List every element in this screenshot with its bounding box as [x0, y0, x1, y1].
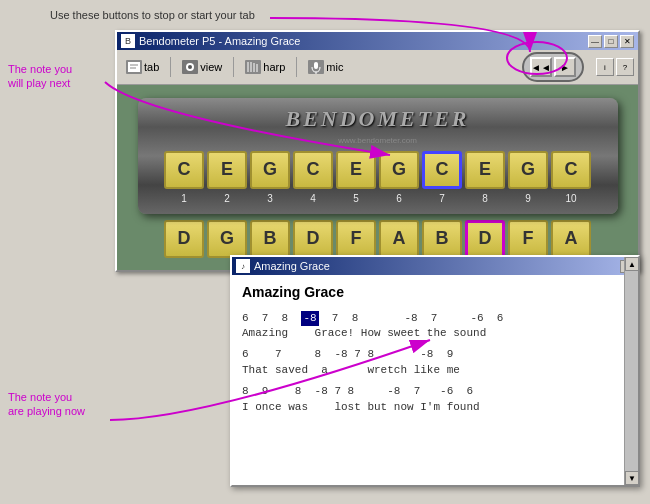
hole-num-2: 2 — [207, 193, 247, 204]
right-toolbar-btns: i ? — [596, 58, 634, 76]
draw-hole-2[interactable]: G — [207, 220, 247, 258]
verse-2-numbers: 6 7 8 -8 7 8 -8 9 — [242, 347, 628, 362]
blow-hole-10[interactable]: C — [551, 151, 591, 189]
scroll-down-btn[interactable]: ▼ — [625, 471, 639, 485]
rewind-btn[interactable]: ◄◄ — [530, 57, 552, 77]
highlight-8: -8 — [301, 311, 318, 326]
minimize-btn[interactable]: — — [588, 35, 602, 48]
draw-hole-4[interactable]: D — [293, 220, 333, 258]
verse-3-words: I once was lost but now I'm found — [242, 400, 628, 415]
harmonica-logo: BENDOMETER — [150, 106, 606, 132]
draw-hole-3[interactable]: B — [250, 220, 290, 258]
blow-hole-5[interactable]: E — [336, 151, 376, 189]
top-hint: Use these buttons to stop or start your … — [50, 8, 255, 22]
toolbar: tab view harp — [117, 50, 638, 85]
harp-icon — [245, 60, 261, 74]
blow-hole-2[interactable]: E — [207, 151, 247, 189]
mic-icon — [308, 60, 324, 74]
mic-btn[interactable]: mic — [303, 57, 348, 77]
draw-hole-6[interactable]: A — [379, 220, 419, 258]
verse-1-words: Amazing Grace! How sweet the sound — [242, 326, 628, 341]
sub-titlebar-left: ♪ Amazing Grace — [236, 259, 330, 273]
blow-holes-row: C E G C E G C E G C — [150, 151, 606, 189]
song-title: Amazing Grace — [242, 283, 628, 303]
blow-hole-1[interactable]: C — [164, 151, 204, 189]
view-icon — [182, 60, 198, 74]
info-btn[interactable]: i — [596, 58, 614, 76]
scrollbar: ▲ ▼ — [624, 257, 638, 485]
close-btn[interactable]: ✕ — [620, 35, 634, 48]
blow-hole-9[interactable]: G — [508, 151, 548, 189]
harp-btn[interactable]: harp — [240, 57, 290, 77]
svg-rect-4 — [128, 62, 140, 72]
play-next-annotation: The note you will play next — [8, 62, 72, 91]
scrollbar-track[interactable] — [625, 271, 638, 471]
draw-hole-5[interactable]: F — [336, 220, 376, 258]
draw-holes-row: D G B D F A B D F A — [164, 220, 591, 258]
help-btn[interactable]: ? — [616, 58, 634, 76]
hole-num-4: 4 — [293, 193, 333, 204]
hole-num-9: 9 — [508, 193, 548, 204]
blow-hole-3[interactable]: G — [250, 151, 290, 189]
sub-window-title: Amazing Grace — [254, 260, 330, 272]
maximize-btn[interactable]: □ — [604, 35, 618, 48]
draw-hole-7[interactable]: B — [422, 220, 462, 258]
main-window: B Bendometer P5 - Amazing Grace — □ ✕ ta… — [115, 30, 640, 272]
titlebar-buttons: — □ ✕ — [588, 35, 634, 48]
harmonica-area: BENDOMETER www.bendometer.com C E G C E … — [117, 85, 638, 270]
blow-hole-4[interactable]: C — [293, 151, 333, 189]
window-title: Bendometer P5 - Amazing Grace — [139, 35, 300, 47]
verse-1-numbers: 6 7 8 -8 7 8 -8 7 -6 6 — [242, 311, 628, 326]
harmonica-url: www.bendometer.com — [150, 136, 606, 145]
playing-now-annotation: The note you are playing now — [8, 390, 85, 419]
toolbar-sep-3 — [296, 57, 297, 77]
draw-hole-8[interactable]: D — [465, 220, 505, 258]
window-icon: B — [121, 34, 135, 48]
toolbar-sep-1 — [170, 57, 171, 77]
hole-num-3: 3 — [250, 193, 290, 204]
svg-rect-10 — [245, 60, 261, 74]
sub-titlebar: ♪ Amazing Grace ✕ — [232, 257, 638, 275]
scroll-up-btn[interactable]: ▲ — [625, 257, 639, 271]
draw-hole-1[interactable]: D — [164, 220, 204, 258]
svg-rect-16 — [314, 62, 318, 69]
tab-btn[interactable]: tab — [121, 57, 164, 77]
main-titlebar: B Bendometer P5 - Amazing Grace — □ ✕ — [117, 32, 638, 50]
draw-hole-10[interactable]: A — [551, 220, 591, 258]
draw-hole-9[interactable]: F — [508, 220, 548, 258]
hole-num-7: 7 — [422, 193, 462, 204]
sub-window-icon: ♪ — [236, 259, 250, 273]
blow-hole-8[interactable]: E — [465, 151, 505, 189]
hole-num-1: 1 — [164, 193, 204, 204]
svg-point-9 — [188, 65, 192, 69]
verse-3-numbers: 8 9 8 -8 7 8 -8 7 -6 6 — [242, 384, 628, 399]
hole-num-8: 8 — [465, 193, 505, 204]
hole-num-5: 5 — [336, 193, 376, 204]
blow-hole-6[interactable]: G — [379, 151, 419, 189]
blow-hole-7[interactable]: C — [422, 151, 462, 189]
titlebar-left: B Bendometer P5 - Amazing Grace — [121, 34, 300, 48]
hole-num-10: 10 — [551, 193, 591, 204]
verse-2-words: That saved a wretch like me — [242, 363, 628, 378]
play-btn[interactable]: ► — [554, 57, 576, 77]
sub-window-body: Amazing Grace 6 7 8 -8 7 8 -8 7 -6 6 Ama… — [232, 275, 638, 485]
sub-window: ♪ Amazing Grace ✕ Amazing Grace 6 7 8 -8… — [230, 255, 640, 487]
toolbar-sep-2 — [233, 57, 234, 77]
harmonica-body: BENDOMETER www.bendometer.com C E G C E … — [138, 98, 618, 214]
view-btn[interactable]: view — [177, 57, 227, 77]
song-content: Amazing Grace 6 7 8 -8 7 8 -8 7 -6 6 Ama… — [232, 275, 638, 485]
hole-num-6: 6 — [379, 193, 419, 204]
play-controls: ◄◄ ► — [522, 52, 584, 82]
hole-numbers-row: 1 2 3 4 5 6 7 8 9 10 — [150, 193, 606, 204]
tab-icon — [126, 60, 142, 74]
